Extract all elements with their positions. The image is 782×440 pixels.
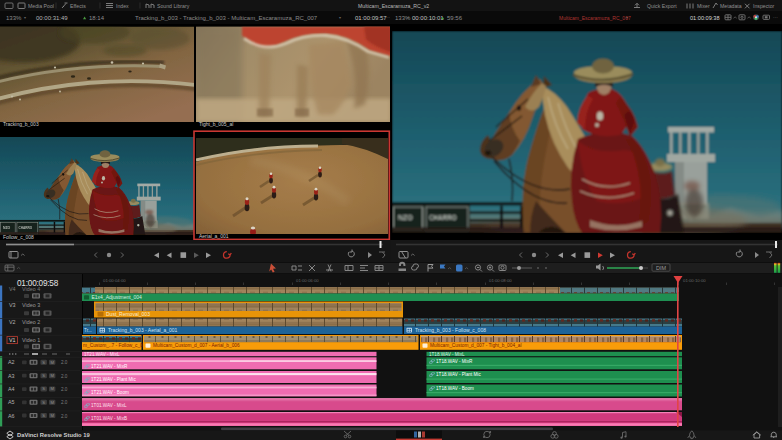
- svg-text:01:00:09:38: 01:00:09:38: [690, 15, 720, 21]
- svg-text:A6: A6: [8, 413, 15, 419]
- svg-text:01:00:04:00: 01:00:04:00: [103, 278, 126, 283]
- svg-text:01:00:09:57: 01:00:09:57: [355, 15, 387, 21]
- svg-text:A3: A3: [8, 373, 15, 379]
- svg-text:Dust_Removal_003: Dust_Removal_003: [106, 311, 150, 317]
- svg-text:▾: ▾: [407, 15, 409, 20]
- svg-text:V3: V3: [9, 302, 16, 308]
- svg-text:S: S: [42, 400, 45, 405]
- svg-text:2.0: 2.0: [61, 374, 68, 379]
- svg-text:Tr...: Tr...: [84, 328, 92, 333]
- svg-text:M: M: [51, 413, 55, 418]
- svg-text:🔗 1T21.WAV - MixR: 🔗 1T21.WAV - MixR: [84, 363, 128, 370]
- svg-text:Video 1: Video 1: [22, 337, 40, 343]
- svg-text:Mixer: Mixer: [697, 3, 710, 9]
- svg-text:V2: V2: [9, 319, 16, 325]
- svg-text:▾: ▾: [339, 15, 341, 20]
- svg-text:🔗 1T18.WAV - Boom: 🔗 1T18.WAV - Boom: [429, 385, 474, 392]
- svg-text:Video 2: Video 2: [22, 319, 40, 325]
- svg-text:🔗 1T18.WAV - MixR: 🔗 1T18.WAV - MixR: [429, 358, 473, 365]
- svg-text:S: S: [42, 373, 45, 378]
- svg-text:m_Custom_..7 - Follow_c_007: m_Custom_..7 - Follow_c_007: [83, 343, 148, 348]
- svg-text:Media Pool: Media Pool: [28, 3, 54, 9]
- svg-text:E1x4_Adjustment_004: E1x4_Adjustment_004: [92, 294, 143, 300]
- svg-text:Video 3: Video 3: [22, 302, 40, 308]
- svg-text:2.0: 2.0: [61, 387, 68, 392]
- svg-text:Multicam_Custom_d_007 - Tight_: Multicam_Custom_d_007 - Tight_b_004_al: [430, 343, 521, 348]
- svg-text:1T18.WAV - MixL: 1T18.WAV - MixL: [429, 352, 465, 357]
- svg-text:Tracking_b_003 - Aerial_a_001: Tracking_b_003 - Aerial_a_001: [108, 327, 178, 333]
- svg-text:Multicam_Escaramuza_RC_007: Multicam_Escaramuza_RC_007: [559, 15, 631, 21]
- svg-text:Multicam_Custom_d_007 - Aerial: Multicam_Custom_d_007 - Aerial_b_006: [153, 343, 240, 348]
- svg-text:M: M: [51, 386, 55, 391]
- svg-text:Follow_c_008: Follow_c_008: [3, 234, 34, 240]
- svg-text:A5: A5: [8, 399, 15, 405]
- svg-text:▾: ▾: [626, 15, 628, 20]
- svg-text:A4: A4: [8, 386, 15, 392]
- svg-text:S: S: [42, 386, 45, 391]
- svg-text:M: M: [51, 373, 55, 378]
- svg-text:Tracking_b_003: Tracking_b_003: [3, 121, 39, 127]
- svg-text:V4: V4: [9, 286, 16, 292]
- svg-text:2.0: 2.0: [61, 360, 68, 365]
- svg-text:M: M: [51, 400, 55, 405]
- svg-text:···: ···: [773, 14, 778, 20]
- svg-text:01:00:06:00: 01:00:06:00: [296, 278, 319, 283]
- svg-text:Index: Index: [116, 3, 129, 9]
- svg-text:00:00:31:49: 00:00:31:49: [36, 15, 68, 21]
- svg-text:2.0: 2.0: [61, 400, 68, 405]
- svg-text:V1: V1: [9, 337, 16, 343]
- svg-text:S: S: [42, 360, 45, 365]
- svg-text:01:00:10:00: 01:00:10:00: [683, 278, 706, 283]
- svg-text:133%: 133%: [6, 15, 22, 21]
- svg-text:Multicam_Escaramuza_RC_v2: Multicam_Escaramuza_RC_v2: [358, 3, 429, 9]
- svg-text:Metadata: Metadata: [720, 3, 742, 9]
- svg-text:Aerial_a_001: Aerial_a_001: [199, 233, 229, 239]
- svg-text:···: ···: [384, 14, 390, 20]
- svg-text:🔗 1T01.WAV - MixB: 🔗 1T01.WAV - MixB: [84, 415, 127, 422]
- svg-text:Inspector: Inspector: [753, 3, 775, 9]
- svg-text:M: M: [51, 360, 55, 365]
- svg-text:▾: ▾: [24, 15, 26, 20]
- svg-text:S: S: [42, 413, 45, 418]
- svg-text:DIM: DIM: [656, 265, 667, 271]
- svg-text:🔗 1T21.WAV - Plant Mic: 🔗 1T21.WAV - Plant Mic: [84, 376, 136, 383]
- svg-text:Tight_b_005_al: Tight_b_005_al: [199, 121, 233, 127]
- svg-text:59:56: 59:56: [447, 15, 463, 21]
- svg-text:A2: A2: [8, 359, 15, 365]
- svg-text:Effects: Effects: [70, 3, 86, 9]
- svg-text:00:00:10:01: 00:00:10:01: [412, 15, 444, 21]
- svg-text:Tracking_b_003 - Tracking_b_00: Tracking_b_003 - Tracking_b_003 - Multic…: [135, 15, 318, 21]
- svg-text:Sound Library: Sound Library: [157, 3, 190, 9]
- svg-text:Quick Export: Quick Export: [647, 3, 677, 9]
- svg-text:🔗 1T01.WAV - MixL: 🔗 1T01.WAV - MixL: [84, 402, 127, 409]
- svg-text:18:14: 18:14: [89, 15, 105, 21]
- svg-text:1T21.WAV - MixL: 1T21.WAV - MixL: [84, 352, 120, 357]
- svg-text:Video 4: Video 4: [22, 286, 40, 292]
- svg-text:DaVinci Resolve Studio 19: DaVinci Resolve Studio 19: [17, 432, 90, 438]
- svg-text:Tracking_b_003 - Follow_c_008: Tracking_b_003 - Follow_c_008: [415, 327, 486, 333]
- svg-text:🔗 1T18.WAV - Plant Mic: 🔗 1T18.WAV - Plant Mic: [429, 371, 481, 378]
- svg-text:2.0: 2.0: [61, 414, 68, 419]
- svg-text:01:00:08:00: 01:00:08:00: [489, 278, 512, 283]
- svg-text:🔗 1T21.WAV - Boom: 🔗 1T21.WAV - Boom: [84, 389, 129, 396]
